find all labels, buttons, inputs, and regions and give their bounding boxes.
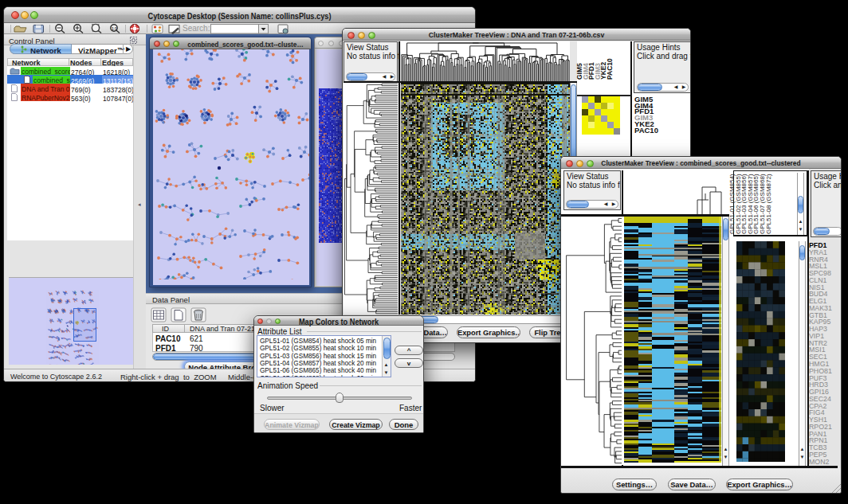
svg-text:1:1: 1:1 [112,27,117,31]
svg-text:Search:: Search: [183,24,210,33]
